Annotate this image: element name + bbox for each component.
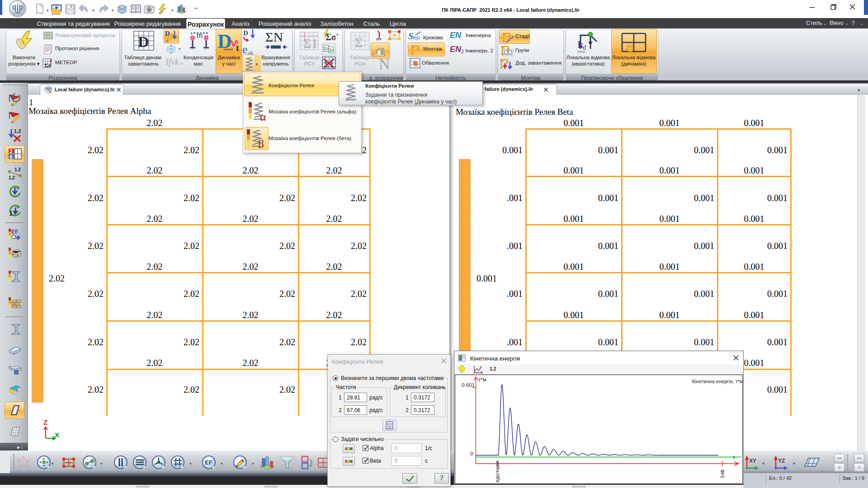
svg-text:0: 0: [470, 451, 473, 456]
svg-text:21: 21: [49, 90, 52, 93]
svg-text:Σσ: Σσ: [326, 32, 335, 42]
svg-text:XY: XY: [749, 458, 756, 464]
svg-text:Σ: Σ: [355, 35, 363, 50]
svg-text:tep: tep: [413, 35, 420, 40]
svg-text:Σn: Σn: [324, 47, 329, 51]
svg-text:YZ: YZ: [778, 458, 785, 464]
svg-text:1.2: 1.2: [14, 167, 21, 172]
svg-text:t: t: [236, 43, 239, 52]
svg-text:m: m: [197, 32, 203, 39]
svg-text:1: 1: [9, 210, 13, 217]
svg-text:Σ1: Σ1: [303, 36, 318, 50]
svg-text:Σn: Σn: [329, 48, 334, 52]
svg-text:Z: Z: [43, 418, 47, 426]
svg-text:Кінетична енергія, т*м: Кінетична енергія, т*м: [692, 379, 743, 384]
svg-text:2: 2: [10, 149, 13, 154]
svg-text::: :: [312, 460, 313, 465]
svg-text:d: d: [583, 44, 586, 51]
svg-text:6: 6: [10, 154, 13, 160]
svg-text:X: X: [55, 431, 59, 439]
svg-text:β: β: [258, 137, 264, 148]
svg-text:едісторія: едісторія: [495, 461, 500, 483]
svg-text:546: 546: [720, 469, 725, 478]
svg-text:1.2: 1.2: [9, 175, 15, 180]
svg-text:D: D: [165, 30, 170, 37]
svg-text:α: α: [260, 110, 266, 121]
svg-text:1,2: 1,2: [14, 128, 21, 134]
svg-text:D: D: [243, 29, 248, 37]
svg-text:ΣN: ΣN: [265, 31, 283, 44]
svg-text:0.601: 0.601: [462, 382, 475, 388]
svg-text:т*м: т*м: [478, 377, 486, 382]
svg-text:D: D: [138, 33, 149, 50]
svg-text:EF: EF: [205, 459, 212, 466]
svg-text:Σσ: Σσ: [44, 62, 52, 69]
